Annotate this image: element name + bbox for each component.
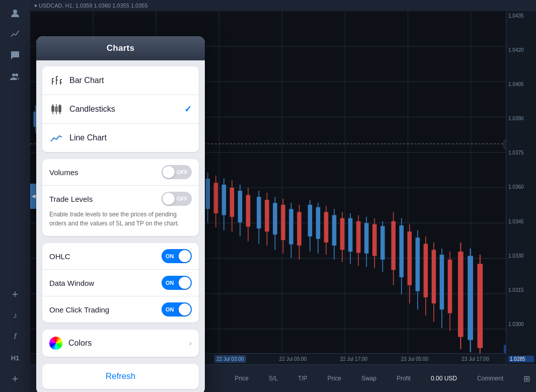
trade-levels-toggle[interactable]: OFF	[162, 192, 192, 206]
sidebar-chart-icon[interactable]	[6, 25, 24, 43]
data-window-row: Data Window ON	[42, 270, 199, 296]
svg-rect-115	[416, 238, 420, 291]
svg-rect-144	[52, 106, 54, 111]
time-label: 22 Jul 03:00	[214, 355, 246, 363]
time-label: 22 Jul 17:00	[340, 356, 368, 362]
sidebar-add-icon[interactable]: +	[6, 285, 24, 303]
time-label: 23 Jul 17:00	[462, 356, 489, 362]
column-header: T/P	[298, 375, 308, 382]
price-level: 1.0420	[508, 47, 534, 53]
svg-point-2	[12, 73, 15, 76]
candlesticks-label: Candlesticks	[69, 105, 184, 114]
ohlc-label: OHLC	[49, 252, 162, 261]
svg-rect-127	[468, 256, 473, 340]
column-header: Comment	[477, 375, 503, 382]
column-header: Price	[328, 375, 341, 382]
svg-rect-99	[348, 218, 353, 252]
svg-point-0	[13, 10, 17, 14]
svg-rect-67	[214, 183, 218, 213]
layout-icon[interactable]: ⊞	[523, 374, 530, 383]
color-wheel-icon	[49, 337, 62, 350]
line-chart-label: Line Chart	[69, 133, 192, 142]
bar-chart-label: Bar Chart	[69, 76, 192, 85]
sidebar-h1-icon[interactable]: H1	[6, 349, 24, 367]
line-chart-option[interactable]: Line Chart	[42, 124, 199, 152]
svg-rect-148	[59, 106, 61, 112]
one-click-trading-row: One Click Trading ON	[42, 296, 199, 323]
svg-rect-89	[308, 205, 313, 237]
data-window-label: Data Window	[49, 279, 162, 287]
candlestick-icon	[49, 102, 63, 116]
price-level: 1.0285	[508, 356, 534, 362]
svg-rect-71	[230, 188, 235, 217]
one-click-trading-toggle-text: ON	[166, 306, 174, 312]
svg-rect-87	[297, 212, 301, 246]
svg-line-1	[18, 31, 19, 32]
svg-rect-93	[324, 212, 329, 243]
candlesticks-option[interactable]: Candlesticks ✓	[42, 95, 199, 124]
svg-rect-107	[380, 226, 385, 260]
column-header: Price	[235, 375, 249, 382]
svg-rect-77	[257, 197, 261, 228]
svg-rect-83	[281, 205, 285, 240]
profit-value: 0.00 USD	[431, 375, 457, 382]
sidebar-chat-icon[interactable]	[6, 46, 24, 64]
svg-rect-113	[407, 231, 412, 285]
volume-trade-section: Volumes OFF Trade Levels OFF	[42, 159, 199, 236]
price-level: 1.0435	[508, 13, 534, 19]
time-label: 22 Jul 05:00	[279, 356, 307, 362]
one-click-trading-toggle[interactable]: ON	[162, 302, 192, 317]
volumes-knob	[163, 166, 175, 178]
price-axis: 1.0435 1.0420 1.0405 1.0390 1.0375 1.036…	[506, 11, 536, 364]
svg-rect-65	[206, 179, 210, 209]
sidebar-users-icon[interactable]	[6, 67, 24, 86]
svg-rect-91	[316, 207, 321, 239]
sidebar-music-icon[interactable]: ♪	[6, 306, 24, 325]
one-click-trading-label: One Click Trading	[49, 305, 162, 314]
bar-chart-option[interactable]: Bar Chart	[42, 66, 199, 95]
sidebar-plus-bottom-icon[interactable]: +	[6, 370, 24, 388]
svg-rect-146	[55, 107, 57, 111]
svg-rect-117	[424, 244, 428, 297]
trade-levels-label: Trade Levels	[49, 195, 162, 203]
sidebar-profile-icon[interactable]	[6, 4, 24, 22]
selected-checkmark: ✓	[184, 104, 192, 115]
one-click-trading-knob	[179, 303, 191, 316]
volumes-toggle-text: OFF	[177, 169, 188, 175]
svg-rect-81	[273, 203, 277, 234]
volumes-toggle[interactable]: OFF	[162, 165, 192, 179]
modal-title: Charts	[107, 43, 135, 53]
data-window-toggle[interactable]: ON	[162, 276, 192, 290]
svg-rect-75	[246, 195, 251, 227]
svg-rect-109	[391, 221, 396, 270]
svg-point-3	[15, 73, 18, 76]
volumes-label: Volumes	[49, 168, 162, 177]
svg-rect-79	[265, 200, 269, 231]
trade-levels-row: Trade Levels OFF Enable trade levels to …	[42, 186, 199, 236]
price-level: 1.0345	[508, 219, 534, 224]
trade-levels-row-inner: Trade Levels OFF	[49, 192, 192, 206]
line-chart-icon	[49, 131, 63, 145]
colors-section: Colors ›	[42, 330, 199, 357]
symbol-label: ▾ USDCAD, H1, 1.0359 1.0360 1.0355 1.035…	[34, 3, 148, 9]
bar-chart-icon	[49, 73, 63, 88]
on-toggles-section: OHLC ON Data Window ON One Cli	[42, 243, 199, 323]
ohlc-toggle[interactable]: ON	[162, 249, 192, 263]
svg-rect-95	[332, 215, 337, 246]
ohlc-row: OHLC ON	[42, 243, 199, 270]
svg-rect-123	[448, 260, 452, 313]
modal-body: Bar Chart Candlesticks ✓	[36, 60, 205, 392]
chart-types-section: Bar Chart Candlesticks ✓	[42, 66, 199, 152]
svg-rect-97	[340, 218, 345, 250]
price-level: 1.0360	[508, 184, 534, 190]
svg-rect-73	[238, 191, 243, 222]
data-window-knob	[179, 277, 191, 289]
left-sidebar: + ♪ f H1 +	[0, 0, 30, 392]
svg-rect-125	[458, 252, 464, 337]
price-level: 1.0390	[508, 116, 534, 121]
svg-rect-101	[356, 221, 361, 253]
column-header: S/L	[269, 375, 278, 382]
refresh-button[interactable]: Refresh	[42, 364, 199, 389]
sidebar-function-icon[interactable]: f	[6, 328, 24, 346]
colors-row[interactable]: Colors ›	[42, 330, 199, 357]
